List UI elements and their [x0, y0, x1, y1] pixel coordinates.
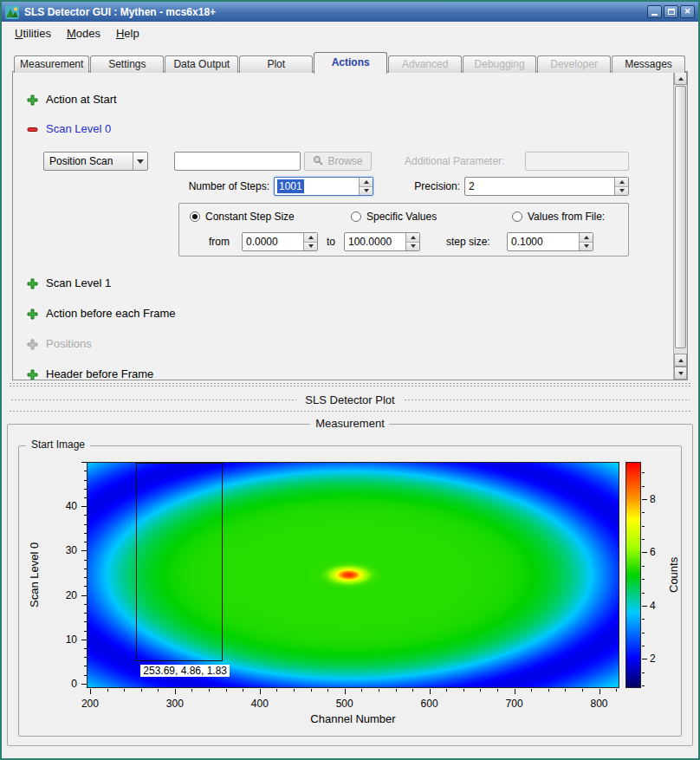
radio-values-from-file[interactable]: Values from File:: [512, 211, 605, 223]
start-image-group: Start Image Scan Level 0 010203040 253.6…: [18, 445, 682, 737]
minimize-button[interactable]: [647, 5, 662, 18]
step-size-label: step size:: [446, 232, 490, 251]
window-title: SLS Detector GUI : Mythen - mcs6x18+: [24, 6, 647, 18]
radio-label: Specific Values: [366, 211, 437, 223]
spin-up-icon[interactable]: [615, 178, 628, 187]
zoom-selection-rect[interactable]: [136, 463, 223, 661]
action-at-start-label: Action at Start: [46, 93, 117, 106]
spin-down-icon[interactable]: [304, 243, 317, 251]
tab-bar: Measurement Settings Data Output Plot Ac…: [3, 50, 697, 72]
titlebar[interactable]: SLS Detector GUI : Mythen - mcs6x18+ ✕: [2, 2, 698, 22]
expand-plus-icon[interactable]: [27, 277, 38, 289]
x-tick-marks: [87, 689, 619, 695]
step-size-spinbox[interactable]: [507, 232, 593, 251]
to-spinbox[interactable]: [344, 232, 420, 251]
tab-data-output[interactable]: Data Output: [165, 55, 238, 73]
to-label: to: [327, 232, 335, 251]
number-of-steps-spinbox[interactable]: 1001: [274, 177, 373, 196]
colorbar-title: Counts: [667, 462, 680, 688]
scroll-down-icon: [678, 372, 684, 375]
scroll-up-button[interactable]: [674, 354, 687, 367]
vertical-scrollbar[interactable]: [673, 72, 687, 380]
spin-up-icon[interactable]: [580, 233, 593, 243]
scroll-up-button[interactable]: [674, 72, 687, 85]
spin-down-icon[interactable]: [406, 243, 419, 251]
tab-measurement[interactable]: Measurement: [14, 55, 89, 73]
splitter-dots[interactable]: [9, 410, 691, 413]
additional-parameter-label: Additional Parameter:: [405, 152, 504, 171]
menu-utilities[interactable]: Utilities: [7, 24, 59, 42]
scan-level-1-row[interactable]: Scan Level 1: [27, 275, 111, 290]
maximize-icon: [668, 9, 675, 15]
actions-panel: Action at Start Scan Level 0 Position Sc…: [12, 71, 688, 380]
expand-plus-icon[interactable]: [27, 308, 38, 319]
action-before-frame-label: Action before each Frame: [46, 307, 176, 320]
precision-spinbox[interactable]: [464, 177, 629, 196]
to-value[interactable]: [345, 233, 405, 250]
tab-plot[interactable]: Plot: [239, 55, 313, 73]
tab-settings[interactable]: Settings: [90, 55, 164, 73]
radio-label: Constant Step Size: [205, 211, 295, 223]
from-value[interactable]: [243, 233, 303, 250]
precision-value[interactable]: [465, 178, 614, 195]
expand-plus-icon[interactable]: [27, 368, 38, 380]
radio-label: Values from File:: [528, 211, 605, 223]
scan-mode-select[interactable]: Position Scan: [43, 152, 148, 171]
menu-help[interactable]: Help: [108, 24, 147, 42]
expand-plus-icon-disabled: [27, 338, 38, 349]
number-of-steps-value[interactable]: 1001: [275, 178, 359, 195]
splitter-dots[interactable]: [9, 382, 691, 388]
y-axis-title: Scan Level 0: [28, 462, 41, 688]
step-size-value[interactable]: [508, 233, 579, 250]
tab-actions[interactable]: Actions: [314, 52, 387, 74]
from-spinbox[interactable]: [242, 232, 318, 251]
close-icon: ✕: [684, 8, 691, 16]
spin-up-icon[interactable]: [304, 233, 317, 243]
radio-specific-values[interactable]: Specific Values: [351, 211, 437, 223]
action-at-start-row[interactable]: Action at Start: [27, 91, 117, 107]
scroll-down-button[interactable]: [674, 367, 687, 380]
menu-modes[interactable]: Modes: [59, 24, 108, 42]
splitter-dots[interactable]: [10, 399, 296, 402]
scan-level-0-row[interactable]: Scan Level 0: [27, 120, 111, 136]
x-axis-title: Channel Number: [87, 712, 619, 725]
header-before-frame-row[interactable]: Header before Frame: [27, 366, 153, 380]
radio-constant-step-size[interactable]: Constant Step Size: [190, 211, 295, 223]
browse-label: Browse: [327, 155, 362, 167]
tab-messages[interactable]: Messages: [612, 55, 685, 73]
radio-icon[interactable]: [190, 211, 200, 222]
tab-debugging: Debugging: [463, 55, 536, 73]
maximize-button[interactable]: [664, 5, 678, 18]
app-window: SLS Detector GUI : Mythen - mcs6x18+ ✕ U…: [0, 0, 700, 760]
scrollbar-thumb[interactable]: [675, 86, 686, 348]
expand-plus-icon[interactable]: [27, 94, 38, 105]
scan-file-input[interactable]: [174, 152, 301, 171]
from-label: from: [209, 232, 230, 251]
measurement-group-title: Measurement: [310, 417, 389, 430]
close-button[interactable]: ✕: [680, 5, 695, 18]
chevron-down-icon[interactable]: [133, 153, 147, 170]
colorbar-tick-marks: [642, 462, 648, 688]
start-image-group-title: Start Image: [26, 438, 90, 451]
number-of-steps-label: Number of Steps:: [152, 177, 269, 196]
spin-up-icon[interactable]: [360, 178, 373, 187]
spin-down-icon[interactable]: [580, 243, 593, 251]
x-tick-labels: 200300400500600700800: [87, 698, 619, 710]
browse-button: Browse: [304, 152, 372, 171]
spin-down-icon[interactable]: [360, 187, 373, 196]
app-icon: [5, 5, 19, 19]
scan-level-0-label: Scan Level 0: [46, 122, 111, 135]
splitter-dots[interactable]: [404, 399, 690, 402]
header-before-frame-label: Header before Frame: [46, 367, 153, 380]
colorbar-frame: [625, 462, 641, 688]
positions-row: Positions: [27, 335, 92, 351]
plot-canvas-frame: 253.69, 4.86, 1.83: [87, 462, 619, 688]
collapse-minus-icon[interactable]: [27, 123, 38, 134]
splitter-handle[interactable]: SLS Detector Plot: [2, 380, 698, 422]
radio-icon[interactable]: [351, 211, 361, 222]
spin-up-icon[interactable]: [406, 233, 419, 243]
radio-icon[interactable]: [512, 211, 522, 222]
action-before-frame-row[interactable]: Action before each Frame: [27, 305, 176, 321]
measurement-group: Measurement Start Image Scan Level 0 010…: [7, 424, 693, 746]
spin-down-icon[interactable]: [615, 187, 628, 196]
